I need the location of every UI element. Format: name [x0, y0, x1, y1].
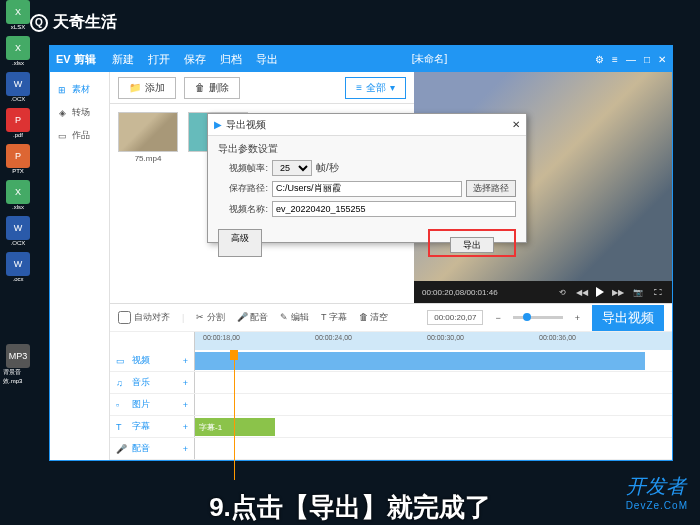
- clear-tool[interactable]: 🗑 清空: [359, 311, 389, 324]
- menu-archive[interactable]: 归档: [220, 52, 242, 67]
- minimize-icon[interactable]: —: [626, 54, 636, 65]
- folder-plus-icon: 📁: [129, 82, 141, 93]
- export-button[interactable]: 导出: [450, 237, 494, 253]
- media-toolbar: 📁添加 🗑删除 ≡全部▾: [110, 72, 414, 104]
- video-icon: ▭: [116, 356, 128, 366]
- grid-icon: ⊞: [56, 84, 68, 96]
- export-icon: ▶: [214, 119, 222, 130]
- prev-icon[interactable]: ◀◀: [576, 286, 588, 298]
- browse-button[interactable]: 选择路径: [466, 180, 516, 197]
- media-thumb[interactable]: 75.mp4: [118, 112, 178, 295]
- auto-align-checkbox[interactable]: 自动对齐: [118, 311, 170, 324]
- desktop-file[interactable]: PPTX: [3, 144, 33, 174]
- menu-export[interactable]: 导出: [256, 52, 278, 67]
- image-icon: ▫: [116, 400, 128, 410]
- track-subtitle: T字幕+ 字幕-1: [110, 416, 672, 438]
- mic-icon: 🎤: [116, 444, 128, 454]
- advanced-button[interactable]: 高级: [218, 229, 262, 257]
- text-icon: T: [116, 422, 128, 432]
- add-track-icon[interactable]: +: [183, 422, 188, 432]
- path-label: 保存路径:: [218, 182, 268, 195]
- loop-icon[interactable]: ⟲: [556, 286, 568, 298]
- timeline-toolbar: 自动对齐 | ✂ 分割 🎤 配音 ✎ 编辑 T 字幕 🗑 清空 00:00:20…: [110, 304, 672, 332]
- settings-icon[interactable]: ⚙: [595, 54, 604, 65]
- dialog-section: 导出参数设置: [218, 142, 516, 156]
- name-input[interactable]: [272, 201, 516, 217]
- menu-save[interactable]: 保存: [184, 52, 206, 67]
- menu-open[interactable]: 打开: [148, 52, 170, 67]
- preview-controls: 00:00:20,08/00:01:46 ⟲ ◀◀ ▶▶ 📷 ⛶: [414, 281, 672, 303]
- menu-icon[interactable]: ≡: [612, 54, 618, 65]
- playhead[interactable]: [234, 350, 235, 480]
- add-track-icon[interactable]: +: [183, 356, 188, 366]
- play-icon[interactable]: [596, 287, 604, 297]
- dialog-titlebar: ▶ 导出视频 ✕: [208, 114, 526, 136]
- close-icon[interactable]: ✕: [658, 54, 666, 65]
- zoom-out-icon[interactable]: −: [495, 313, 500, 323]
- add-track-icon[interactable]: +: [183, 444, 188, 454]
- filter-dropdown[interactable]: ≡全部▾: [345, 77, 406, 99]
- name-label: 视频名称:: [218, 203, 268, 216]
- next-icon[interactable]: ▶▶: [612, 286, 624, 298]
- add-track-icon[interactable]: +: [183, 400, 188, 410]
- sidebar-item-media[interactable]: ⊞素材: [50, 78, 109, 101]
- dialog-title: 导出视频: [226, 118, 266, 132]
- chevron-down-icon: ▾: [390, 82, 395, 93]
- delete-button[interactable]: 🗑删除: [184, 77, 240, 99]
- sidebar-item-transition[interactable]: ◈转场: [50, 101, 109, 124]
- add-button[interactable]: 📁添加: [118, 77, 176, 99]
- desktop-file[interactable]: X.xlsx: [3, 36, 33, 66]
- watermark: 开发者DevZe.CoM: [626, 473, 688, 511]
- desktop-file[interactable]: W.OCX: [3, 216, 33, 246]
- titlebar: EV 剪辑 新建 打开 保存 归档 导出 [未命名] ⚙ ≡ — □ ✕: [50, 46, 672, 72]
- music-icon: ♫: [116, 378, 128, 388]
- zoom-slider[interactable]: [513, 316, 563, 319]
- timeline-ruler[interactable]: 00:00:18,00 00:00:24,00 00:00:30,00 00:0…: [110, 332, 672, 350]
- fps-label: 视频帧率:: [218, 162, 268, 175]
- transition-icon: ◈: [56, 107, 68, 119]
- edit-tool[interactable]: ✎ 编辑: [280, 311, 309, 324]
- list-icon: ≡: [356, 82, 362, 93]
- audio-tool[interactable]: 🎤 配音: [237, 311, 269, 324]
- subtitle-clip[interactable]: 字幕-1: [195, 418, 275, 436]
- tutorial-caption: 9.点击【导出】就完成了: [0, 490, 700, 525]
- app-title: EV 剪辑: [56, 52, 96, 67]
- path-input[interactable]: [272, 181, 462, 197]
- trash-icon: 🗑: [195, 82, 205, 93]
- doc-title: [未命名]: [412, 52, 448, 66]
- desktop-icons: XxLSX X.xlsx W.OCX P.pdf PPTX X.xlsx W.O…: [3, 0, 33, 386]
- folder-icon: ▭: [56, 130, 68, 142]
- timeline: 自动对齐 | ✂ 分割 🎤 配音 ✎ 编辑 T 字幕 🗑 清空 00:00:20…: [110, 303, 672, 460]
- desktop-file[interactable]: W.OCX: [3, 72, 33, 102]
- menu-new[interactable]: 新建: [112, 52, 134, 67]
- tracks: ▭视频+ ♫音乐+ ▫图片+ T字幕+ 字: [110, 350, 672, 460]
- dialog-close-icon[interactable]: ✕: [512, 119, 520, 130]
- export-dialog: ▶ 导出视频 ✕ 导出参数设置 视频帧率: 25 帧/秒 保存路径: 选择路径 …: [207, 113, 527, 243]
- preview-time: 00:00:20,08/00:01:46: [422, 288, 498, 297]
- camera-icon[interactable]: 📷: [632, 286, 644, 298]
- track-video: ▭视频+: [110, 350, 672, 372]
- desktop-file[interactable]: W.ocx: [3, 252, 33, 282]
- cut-tool[interactable]: ✂ 分割: [196, 311, 225, 324]
- sidebar: ⊞素材 ◈转场 ▭作品: [50, 72, 110, 460]
- fps-select[interactable]: 25: [272, 160, 312, 176]
- fps-unit: 帧/秒: [316, 161, 339, 175]
- brand-icon: Q: [30, 14, 48, 32]
- subtitle-tool[interactable]: T 字幕: [321, 311, 347, 324]
- desktop-file[interactable]: P.pdf: [3, 108, 33, 138]
- desktop-file[interactable]: X.xlsx: [3, 180, 33, 210]
- track-music: ♫音乐+: [110, 372, 672, 394]
- zoom-in-icon[interactable]: +: [575, 313, 580, 323]
- maximize-icon[interactable]: □: [644, 54, 650, 65]
- video-clip[interactable]: [195, 352, 645, 370]
- sidebar-item-works[interactable]: ▭作品: [50, 124, 109, 147]
- desktop-file[interactable]: MP3背景音效.mp3: [3, 344, 33, 386]
- track-voiceover: 🎤配音+: [110, 438, 672, 460]
- brand-logo: Q 天奇生活: [30, 12, 117, 33]
- desktop-file[interactable]: XxLSX: [3, 0, 33, 30]
- track-image: ▫图片+: [110, 394, 672, 416]
- export-video-button[interactable]: 导出视频: [592, 305, 664, 331]
- add-track-icon[interactable]: +: [183, 378, 188, 388]
- main-menu: 新建 打开 保存 归档 导出: [112, 52, 278, 67]
- fullscreen-icon[interactable]: ⛶: [652, 286, 664, 298]
